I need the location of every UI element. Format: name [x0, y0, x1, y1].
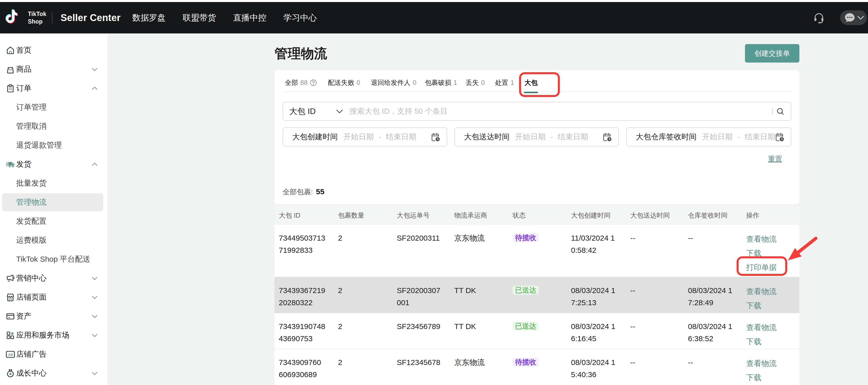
card-icon [6, 312, 15, 321]
action-link[interactable]: 下载 [746, 299, 795, 313]
sidebar-item-shop-ads[interactable]: AD 店铺广告 [0, 345, 107, 364]
package-qty-cell: 2 [338, 277, 397, 313]
date-filter-package-delivery-time[interactable]: 大包送达时间 开始日期 - 结束日期 [455, 127, 619, 146]
sidebar-item-label: 成长中心 [16, 368, 46, 378]
create-handover-button[interactable]: 创建交接单 [745, 44, 799, 63]
messages-button[interactable] [840, 10, 867, 25]
action-link[interactable]: 打印单据 [746, 260, 795, 274]
sidebar-item-tiktok-shop-platform-delivery[interactable]: TikTok Shop 平台配送 [0, 250, 107, 269]
status-badge: 已送达 [513, 286, 539, 295]
chevron-up-icon [91, 85, 98, 92]
actions-cell: 查看物流下载打印单据 [746, 225, 799, 277]
column-header: 仓库签收时间 [688, 206, 746, 225]
chevron-up-icon [91, 161, 98, 168]
sidebar-item-return-refund-management[interactable]: 退货退款管理 [0, 136, 107, 155]
chevron-down-icon [91, 66, 98, 73]
tab-package-damaged[interactable]: 包裹破损 1 [424, 73, 458, 92]
package-row-3: 73439190748436907532SF23456789TT DK已送达08… [275, 313, 799, 349]
search-button[interactable] [777, 108, 784, 115]
reset-link[interactable]: 重置 [768, 154, 782, 164]
signed-time-cell: -- [688, 225, 746, 277]
date-filter-package-create-time[interactable]: 大包创建时间 开始日期 - 结束日期 [283, 127, 447, 146]
nav-affiliate[interactable]: 联盟带货 [183, 12, 216, 24]
status-cell: 待揽收 [513, 225, 571, 277]
tab-bulk-package[interactable]: 大包 [523, 73, 538, 92]
tab-count: 88 [300, 79, 308, 87]
sidebar-item-bulk-shipping[interactable]: 批量发货 [0, 174, 107, 193]
sidebar-item-logistics-management[interactable]: 管理物流 [0, 193, 107, 212]
sidebar-item-label: 管理物流 [16, 197, 46, 207]
tab-disposal[interactable]: 处置 1 [494, 73, 515, 92]
search-field-select[interactable]: 大包 ID [283, 106, 349, 117]
action-link[interactable]: 查看物流 [746, 232, 795, 246]
chevron-down-icon [91, 332, 98, 339]
nav-data-compass[interactable]: 数据罗盘 [132, 12, 165, 24]
sidebar-item-growth-center[interactable]: 成长中心 [0, 364, 107, 383]
chat-bubble-icon [844, 12, 855, 23]
column-header: 状态 [513, 206, 571, 225]
created-time-cell: 11/03/2024 10:58:42 [571, 225, 630, 277]
tab-lost[interactable]: 丢失 0 [465, 73, 486, 92]
action-link[interactable]: 查看物流 [746, 356, 795, 371]
nav-learning-center[interactable]: 学习中心 [283, 12, 317, 24]
sidebar-item-shipping-settings[interactable]: 发货配置 [0, 212, 107, 231]
nav-live-console[interactable]: 直播中控 [233, 12, 267, 24]
delivered-time-cell: -- [630, 313, 688, 349]
start-date-placeholder: 开始日期 [343, 132, 374, 142]
sidebar-item-shipping[interactable]: 发货 [0, 155, 107, 174]
column-header: 大包运单号 [397, 206, 454, 225]
date-filters: 大包创建时间 开始日期 - 结束日期 大包送达时间 开始日期 - 结束日期 大包… [283, 127, 791, 146]
carrier-cell: TT DK [454, 277, 513, 313]
actions-cell: 查看物流下载打印单据 [746, 349, 799, 385]
sidebar-item-cancellation-management[interactable]: 管理取消 [0, 117, 107, 136]
action-link[interactable]: 查看物流 [746, 320, 795, 334]
waybill-cell: SF23456789 [397, 313, 454, 349]
sidebar-item-label: TikTok Shop 平台配送 [16, 254, 90, 264]
action-link[interactable]: 下载 [746, 371, 795, 385]
help-circle-icon [310, 79, 317, 86]
sidebar-item-orders[interactable]: 订单 [0, 79, 107, 98]
date-filter-package-warehouse-sign-time[interactable]: 大包仓库签收时间 开始日期 - 结束日期 [626, 127, 791, 146]
status-badge: 待揽收 [513, 233, 539, 242]
package-row-4: 73439097606069306892SF12345678京东物流待揽收08/… [275, 349, 799, 385]
sidebar-item-label: 运费模版 [16, 235, 46, 245]
sidebar-item-home[interactable]: 首页 [0, 41, 107, 60]
action-link[interactable]: 查看物流 [746, 285, 795, 299]
megaphone-icon [6, 273, 15, 283]
delivered-time-cell: -- [630, 349, 688, 385]
signed-time-cell: 08/03/2024 17:28:49 [688, 277, 746, 313]
support-headset-button[interactable] [812, 11, 826, 25]
sidebar-item-label: 批量发货 [16, 178, 46, 188]
sidebar-item-label: 发货配置 [16, 216, 46, 227]
tab-all[interactable]: 全部 88 [284, 73, 318, 92]
chevron-down-icon [91, 313, 98, 320]
sidebar-item-assets[interactable]: 资产 [0, 307, 107, 326]
tab-delivery-failed[interactable]: 配送失败 0 [327, 73, 361, 92]
tiktok-shop-logo[interactable]: TikTok Shop [5, 9, 46, 27]
start-date-placeholder: 开始日期 [515, 132, 546, 142]
table-card: 大包 ID包裹数量大包运单号物流承运商状态大包创建时间大包送达时间仓库签收时间操… [275, 206, 799, 385]
end-date-placeholder: 结束日期 [745, 132, 775, 142]
chevron-down-icon [857, 16, 864, 20]
sidebar-item-label: 资产 [16, 311, 31, 321]
sidebar-item-label: 订单 [16, 83, 31, 93]
tab-returned-to-sender[interactable]: 退回给发件人 0 [370, 73, 417, 92]
action-link[interactable]: 下载 [746, 246, 795, 260]
package-row-1: 73449503713719928332SF20200311京东物流待揽收11/… [275, 225, 799, 277]
action-link[interactable]: 下载 [746, 334, 795, 349]
sidebar-item-app-service-market[interactable]: 应用和服务市场 [0, 326, 107, 345]
sidebar-item-order-management[interactable]: 订单管理 [0, 98, 107, 117]
carrier-cell: 京东物流 [454, 349, 513, 385]
sidebar-item-shipping-fee-template[interactable]: 运费模版 [0, 231, 107, 250]
sidebar-item-marketing-center[interactable]: 营销中心 [0, 269, 107, 288]
brand-text: TikTok Shop [28, 10, 46, 25]
status-cell: 待揽收 [513, 349, 571, 385]
status-badge: 已送达 [513, 322, 539, 330]
sidebar-item-products[interactable]: 商品 [0, 60, 107, 79]
tab-label: 大包 [524, 78, 537, 87]
tab-label: 丢失 [466, 78, 479, 87]
search-bar: 大包 ID 搜索大包 ID，支持 50 个条目 [283, 102, 791, 121]
sidebar-item-shop-pages[interactable]: 店铺页面 [0, 288, 107, 307]
search-input[interactable]: 搜索大包 ID，支持 50 个条目 [349, 106, 772, 117]
column-header: 操作 [746, 206, 799, 225]
